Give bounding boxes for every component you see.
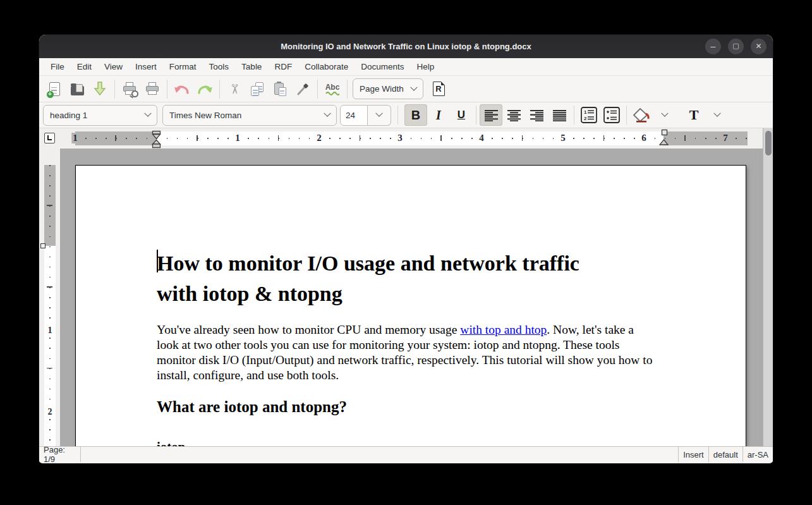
text-color-icon: T [689, 108, 699, 122]
print-button[interactable] [141, 78, 164, 100]
style-value: heading 1 [50, 111, 87, 120]
open-folder-icon [71, 86, 84, 95]
menu-edit[interactable]: Edit [71, 59, 98, 74]
menu-format[interactable]: Format [163, 59, 203, 74]
bold-icon: B [411, 108, 420, 123]
underline-icon: U [458, 109, 465, 121]
maximize-button[interactable]: ▢ [728, 39, 744, 54]
menu-help[interactable]: Help [410, 59, 440, 74]
bold-button[interactable]: B [404, 104, 427, 126]
cut-button[interactable]: ✂ [223, 78, 246, 100]
numbered-list-icon: 1 2 [581, 107, 597, 123]
language-indicator[interactable]: ar-SA [743, 447, 773, 462]
text-color-dropdown[interactable] [705, 105, 729, 126]
hyperlink-top-htop[interactable]: with top and htop [460, 323, 547, 336]
maximize-icon: ▢ [732, 42, 739, 49]
vertical-scrollbar[interactable] [763, 128, 773, 446]
style-indicator[interactable]: default [709, 447, 742, 462]
tab-stop-selector[interactable] [44, 133, 55, 143]
eyedropper-icon [296, 82, 310, 96]
menu-documents[interactable]: Documents [354, 59, 410, 74]
document-workspace[interactable]: 1 2 How to monitor I/O usage and network… [39, 149, 773, 446]
save-button[interactable] [88, 78, 111, 100]
text-color-button[interactable]: T [682, 104, 705, 126]
vertical-ruler[interactable]: 1 2 [39, 149, 60, 446]
highlight-color-dropdown[interactable] [653, 105, 676, 126]
underline-button[interactable]: U [450, 104, 473, 126]
justify-button[interactable] [548, 104, 571, 126]
document-heading-2[interactable]: What are iotop and ntopng? [157, 398, 656, 417]
copy-button[interactable] [246, 78, 269, 100]
print-preview-icon [123, 82, 136, 96]
toolbar-separator [397, 106, 398, 125]
paste-button[interactable] [269, 78, 291, 100]
numbered-list-button[interactable]: 1 2 [578, 104, 600, 126]
top-margin-marker[interactable] [40, 243, 45, 248]
menu-file[interactable]: File [44, 59, 71, 74]
align-center-icon [507, 109, 521, 121]
menu-tools[interactable]: Tools [203, 59, 236, 74]
document-page[interactable]: How to monitor I/O usage and network tra… [75, 165, 746, 446]
vruler-half-ticks [47, 165, 52, 446]
align-center-button[interactable] [502, 104, 525, 126]
document-paragraph[interactable]: You've already seen how to monitor CPU a… [157, 322, 655, 383]
format-painter-button[interactable] [291, 78, 314, 100]
print-preview-button[interactable] [118, 78, 141, 100]
menu-rdf[interactable]: RDF [268, 59, 298, 74]
redo-button[interactable] [193, 78, 216, 100]
zoom-selector[interactable]: Page Width [353, 78, 423, 99]
font-name-selector[interactable]: Times New Roman [162, 105, 337, 126]
bullet-list-button[interactable] [600, 104, 623, 126]
font-name-value: Times New Roman [169, 111, 241, 120]
vruler-number: 1 [45, 326, 55, 336]
save-down-arrow-icon [93, 81, 107, 97]
ruler-number: 3 [396, 133, 404, 143]
menu-view[interactable]: View [98, 59, 129, 74]
vruler-number: 2 [45, 407, 55, 417]
ruler-number: 2 [315, 133, 323, 143]
standard-toolbar: + [39, 75, 773, 102]
window-controls: – ▢ ✕ [705, 39, 767, 54]
svg-text:2: 2 [584, 116, 587, 121]
paragraph-style-selector[interactable]: heading 1 [43, 105, 157, 126]
horizontal-ruler[interactable]: 1 1 2 3 4 5 6 7 [39, 128, 773, 149]
insert-mode-indicator[interactable]: Insert [679, 447, 708, 462]
toolbar-separator [317, 80, 318, 99]
minimize-button[interactable]: – [705, 39, 721, 54]
toolbar-separator [574, 106, 574, 125]
italic-button[interactable]: I [427, 104, 450, 126]
paint-bucket-icon [633, 107, 650, 123]
titlebar[interactable]: Monitoring IO and Network Traffic on Lin… [39, 35, 773, 58]
undo-button[interactable] [171, 78, 193, 100]
scrollbar-thumb[interactable] [765, 131, 772, 155]
document-heading-1[interactable]: How to monitor I/O usage and network tra… [157, 248, 624, 309]
ruler-number: 5 [559, 133, 567, 143]
menu-insert[interactable]: Insert [129, 59, 163, 74]
rdf-anchor-button[interactable]: R [427, 78, 450, 100]
new-document-button[interactable]: + [43, 78, 66, 100]
spellcheck-button[interactable]: Abc [321, 78, 344, 100]
align-left-button[interactable] [480, 104, 502, 126]
minimize-icon: – [711, 42, 716, 51]
statusbar-message-area [81, 447, 678, 462]
copy-icon [251, 82, 264, 96]
ruler-number: 4 [478, 133, 485, 143]
document-heading-3-clipped[interactable]: iotop [157, 439, 186, 446]
close-button[interactable]: ✕ [751, 39, 767, 54]
left-tab-icon [47, 135, 52, 140]
menu-collaborate[interactable]: Collaborate [298, 59, 354, 74]
highlight-color-button[interactable] [630, 104, 653, 126]
menu-table[interactable]: Table [235, 59, 268, 74]
right-indent-marker[interactable] [659, 129, 669, 147]
left-indent-markers[interactable] [152, 130, 162, 149]
formatting-toolbar: heading 1 Times New Roman 24 B I U [39, 102, 773, 128]
font-size-dropdown-button[interactable] [368, 105, 391, 126]
align-right-button[interactable] [525, 104, 548, 126]
undo-icon [174, 83, 190, 95]
redo-icon [197, 83, 213, 95]
close-icon: ✕ [755, 42, 761, 50]
open-button[interactable] [66, 78, 88, 100]
toolbar-separator [114, 80, 115, 99]
font-size-input[interactable]: 24 [340, 105, 368, 126]
chevron-down-icon [324, 110, 330, 117]
